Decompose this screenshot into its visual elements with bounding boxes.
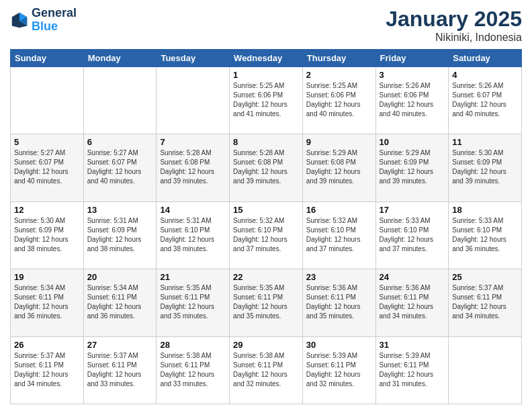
title-block: January 2025 Nikiniki, Indonesia: [386, 7, 522, 44]
day-info: Sunrise: 5:36 AMSunset: 6:11 PMDaylight:…: [306, 283, 372, 321]
day-number: 21: [160, 272, 226, 282]
table-row: 27 Sunrise: 5:37 AMSunset: 6:11 PMDaylig…: [83, 336, 157, 404]
day-info: Sunrise: 5:32 AMSunset: 6:10 PMDaylight:…: [306, 216, 372, 254]
day-info: Sunrise: 5:39 AMSunset: 6:11 PMDaylight:…: [306, 351, 372, 389]
table-row: 15 Sunrise: 5:32 AMSunset: 6:10 PMDaylig…: [230, 201, 303, 269]
day-number: 12: [14, 205, 80, 215]
day-number: 4: [452, 70, 518, 80]
day-number: 7: [160, 137, 226, 147]
table-row: 12 Sunrise: 5:30 AMSunset: 6:09 PMDaylig…: [11, 201, 84, 269]
header-saturday: Saturday: [449, 50, 522, 67]
table-row: 29 Sunrise: 5:38 AMSunset: 6:11 PMDaylig…: [230, 336, 303, 404]
day-number: 28: [160, 340, 226, 350]
table-row: 18 Sunrise: 5:33 AMSunset: 6:10 PMDaylig…: [449, 201, 522, 269]
day-number: 23: [306, 272, 372, 282]
table-row: [83, 67, 157, 134]
header-thursday: Thursday: [302, 50, 375, 67]
table-row: 7 Sunrise: 5:28 AMSunset: 6:08 PMDayligh…: [157, 134, 230, 201]
day-number: 9: [306, 137, 372, 147]
table-row: [449, 336, 522, 404]
table-row: 2 Sunrise: 5:25 AMSunset: 6:06 PMDayligh…: [302, 67, 375, 134]
day-info: Sunrise: 5:38 AMSunset: 6:11 PMDaylight:…: [233, 351, 299, 389]
day-number: 3: [380, 70, 445, 80]
table-row: 11 Sunrise: 5:30 AMSunset: 6:09 PMDaylig…: [449, 134, 522, 201]
day-info: Sunrise: 5:36 AMSunset: 6:11 PMDaylight:…: [380, 283, 445, 321]
location-title: Nikiniki, Indonesia: [386, 32, 522, 44]
month-title: January 2025: [386, 7, 522, 32]
table-row: 9 Sunrise: 5:29 AMSunset: 6:08 PMDayligh…: [302, 134, 375, 201]
day-number: 18: [452, 205, 518, 215]
day-number: 19: [14, 272, 80, 282]
table-row: [11, 67, 84, 134]
table-row: 8 Sunrise: 5:28 AMSunset: 6:08 PMDayligh…: [230, 134, 303, 201]
day-info: Sunrise: 5:35 AMSunset: 6:11 PMDaylight:…: [160, 283, 226, 321]
header-wednesday: Wednesday: [230, 50, 303, 67]
logo-text: General Blue: [32, 7, 77, 34]
day-number: 22: [233, 272, 299, 282]
day-number: 24: [380, 272, 445, 282]
day-number: 26: [14, 340, 80, 350]
table-row: 13 Sunrise: 5:31 AMSunset: 6:09 PMDaylig…: [83, 201, 157, 269]
day-info: Sunrise: 5:38 AMSunset: 6:11 PMDaylight:…: [160, 351, 226, 389]
table-row: 4 Sunrise: 5:26 AMSunset: 6:07 PMDayligh…: [449, 67, 522, 134]
calendar-week-5: 26 Sunrise: 5:37 AMSunset: 6:11 PMDaylig…: [11, 336, 522, 404]
logo: General Blue: [10, 7, 77, 34]
day-number: 15: [233, 205, 299, 215]
calendar-week-1: 1 Sunrise: 5:25 AMSunset: 6:06 PMDayligh…: [11, 67, 522, 134]
day-info: Sunrise: 5:29 AMSunset: 6:09 PMDaylight:…: [380, 148, 445, 186]
logo-icon: [10, 11, 29, 30]
day-info: Sunrise: 5:34 AMSunset: 6:11 PMDaylight:…: [14, 283, 80, 321]
table-row: 22 Sunrise: 5:35 AMSunset: 6:11 PMDaylig…: [230, 269, 303, 336]
day-info: Sunrise: 5:28 AMSunset: 6:08 PMDaylight:…: [233, 148, 299, 186]
day-number: 8: [233, 137, 299, 147]
day-info: Sunrise: 5:39 AMSunset: 6:11 PMDaylight:…: [380, 351, 445, 389]
day-number: 2: [306, 70, 372, 80]
table-row: [157, 67, 230, 134]
day-number: 11: [452, 137, 518, 147]
day-number: 17: [380, 205, 445, 215]
table-row: 24 Sunrise: 5:36 AMSunset: 6:11 PMDaylig…: [375, 269, 449, 336]
table-row: 5 Sunrise: 5:27 AMSunset: 6:07 PMDayligh…: [11, 134, 84, 201]
table-row: 19 Sunrise: 5:34 AMSunset: 6:11 PMDaylig…: [11, 269, 84, 336]
calendar-week-3: 12 Sunrise: 5:30 AMSunset: 6:09 PMDaylig…: [11, 201, 522, 269]
day-info: Sunrise: 5:30 AMSunset: 6:09 PMDaylight:…: [452, 148, 518, 186]
day-number: 31: [380, 340, 445, 350]
day-number: 27: [87, 340, 153, 350]
day-info: Sunrise: 5:37 AMSunset: 6:11 PMDaylight:…: [14, 351, 80, 389]
calendar-week-4: 19 Sunrise: 5:34 AMSunset: 6:11 PMDaylig…: [11, 269, 522, 336]
day-number: 13: [87, 205, 153, 215]
table-row: 26 Sunrise: 5:37 AMSunset: 6:11 PMDaylig…: [11, 336, 84, 404]
table-row: 21 Sunrise: 5:35 AMSunset: 6:11 PMDaylig…: [157, 269, 230, 336]
day-info: Sunrise: 5:25 AMSunset: 6:06 PMDaylight:…: [233, 81, 299, 119]
calendar-table: Sunday Monday Tuesday Wednesday Thursday…: [10, 49, 522, 404]
header-friday: Friday: [375, 50, 449, 67]
day-info: Sunrise: 5:27 AMSunset: 6:07 PMDaylight:…: [87, 148, 153, 186]
day-number: 6: [87, 137, 153, 147]
day-info: Sunrise: 5:29 AMSunset: 6:08 PMDaylight:…: [306, 148, 372, 186]
day-info: Sunrise: 5:33 AMSunset: 6:10 PMDaylight:…: [452, 216, 518, 254]
day-number: 5: [14, 137, 80, 147]
day-number: 16: [306, 205, 372, 215]
day-number: 10: [380, 137, 445, 147]
table-row: 3 Sunrise: 5:26 AMSunset: 6:06 PMDayligh…: [375, 67, 449, 134]
day-number: 25: [452, 272, 518, 282]
table-row: 25 Sunrise: 5:37 AMSunset: 6:11 PMDaylig…: [449, 269, 522, 336]
table-row: 10 Sunrise: 5:29 AMSunset: 6:09 PMDaylig…: [375, 134, 449, 201]
day-number: 29: [233, 340, 299, 350]
day-number: 1: [233, 70, 299, 80]
header-tuesday: Tuesday: [157, 50, 230, 67]
calendar-header-row: Sunday Monday Tuesday Wednesday Thursday…: [11, 50, 522, 67]
day-info: Sunrise: 5:33 AMSunset: 6:10 PMDaylight:…: [380, 216, 445, 254]
day-info: Sunrise: 5:37 AMSunset: 6:11 PMDaylight:…: [452, 283, 518, 321]
day-info: Sunrise: 5:31 AMSunset: 6:10 PMDaylight:…: [160, 216, 226, 254]
table-row: 31 Sunrise: 5:39 AMSunset: 6:11 PMDaylig…: [375, 336, 449, 404]
day-info: Sunrise: 5:30 AMSunset: 6:09 PMDaylight:…: [14, 216, 80, 254]
page: General Blue January 2025 Nikiniki, Indo…: [0, 0, 532, 411]
table-row: 23 Sunrise: 5:36 AMSunset: 6:11 PMDaylig…: [302, 269, 375, 336]
day-number: 30: [306, 340, 372, 350]
header-monday: Monday: [83, 50, 157, 67]
day-info: Sunrise: 5:28 AMSunset: 6:08 PMDaylight:…: [160, 148, 226, 186]
day-number: 14: [160, 205, 226, 215]
day-info: Sunrise: 5:35 AMSunset: 6:11 PMDaylight:…: [233, 283, 299, 321]
day-info: Sunrise: 5:31 AMSunset: 6:09 PMDaylight:…: [87, 216, 153, 254]
